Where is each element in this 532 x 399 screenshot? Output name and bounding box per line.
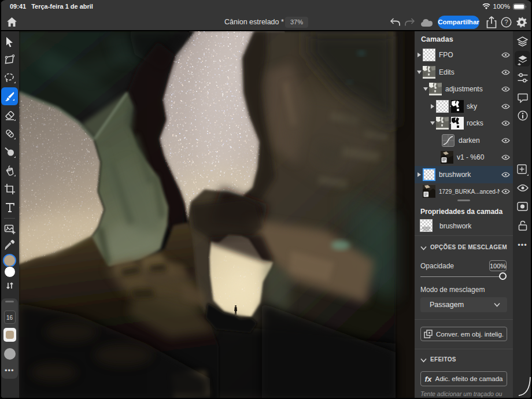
- svg-text:?: ?: [504, 19, 508, 25]
